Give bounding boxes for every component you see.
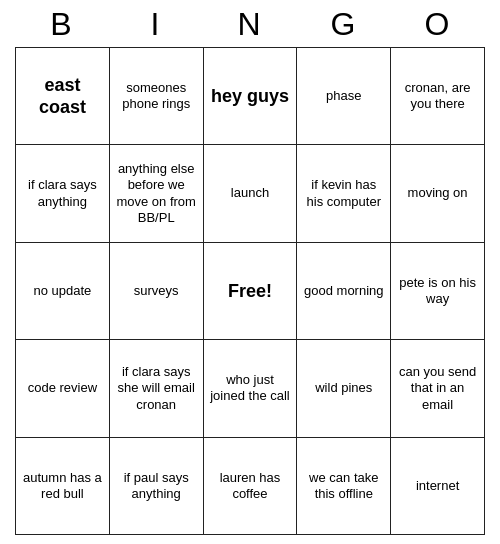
bingo-cell: moving on (391, 145, 485, 242)
bingo-cell: someones phone rings (110, 48, 204, 145)
bingo-cell: no update (16, 243, 110, 340)
bingo-cell: hey guys (204, 48, 298, 145)
bingo-cell: code review (16, 340, 110, 437)
bingo-cell: launch (204, 145, 298, 242)
bingo-cell: if kevin has his computer (297, 145, 391, 242)
bingo-cell: we can take this offline (297, 438, 391, 535)
bingo-letter: I (109, 6, 203, 43)
bingo-cell: east coast (16, 48, 110, 145)
bingo-letter: B (15, 6, 109, 43)
bingo-cell: if paul says anything (110, 438, 204, 535)
bingo-cell: phase (297, 48, 391, 145)
bingo-cell: if clara says she will email cronan (110, 340, 204, 437)
bingo-cell: lauren has coffee (204, 438, 298, 535)
bingo-grid: east coastsomeones phone ringshey guysph… (15, 47, 485, 535)
bingo-cell: who just joined the call (204, 340, 298, 437)
bingo-cell: Free! (204, 243, 298, 340)
bingo-cell: wild pines (297, 340, 391, 437)
bingo-cell: good morning (297, 243, 391, 340)
bingo-letter: O (391, 6, 485, 43)
bingo-letter: N (203, 6, 297, 43)
bingo-cell: if clara says anything (16, 145, 110, 242)
bingo-cell: anything else before we move on from BB/… (110, 145, 204, 242)
bingo-title: BINGO (15, 0, 485, 47)
bingo-letter: G (297, 6, 391, 43)
bingo-cell: internet (391, 438, 485, 535)
bingo-cell: autumn has a red bull (16, 438, 110, 535)
bingo-cell: surveys (110, 243, 204, 340)
bingo-cell: can you send that in an email (391, 340, 485, 437)
bingo-cell: cronan, are you there (391, 48, 485, 145)
bingo-cell: pete is on his way (391, 243, 485, 340)
